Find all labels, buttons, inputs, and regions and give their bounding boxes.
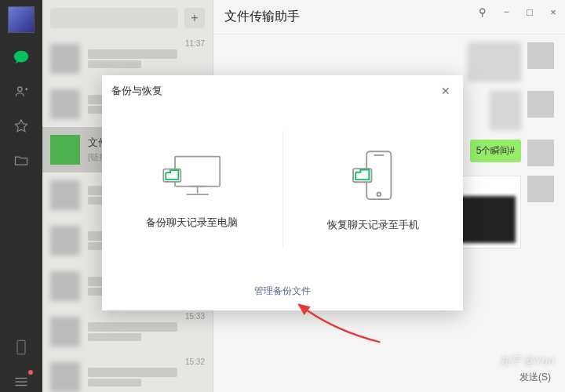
- restore-option-label: 恢复聊天记录至手机: [327, 219, 419, 232]
- modal-close-button[interactable]: ✕: [438, 83, 454, 99]
- backup-option-label: 备份聊天记录至电脑: [146, 216, 238, 230]
- backup-restore-modal: 备份与恢复 ✕ 备份聊天记录至电脑: [102, 75, 463, 310]
- backup-to-pc-option[interactable]: 备份聊天记录至电脑: [102, 149, 282, 230]
- svg-point-14: [377, 193, 381, 197]
- svg-rect-7: [175, 157, 220, 187]
- manage-backup-link[interactable]: 管理备份文件: [254, 285, 311, 298]
- restore-to-phone-option[interactable]: 恢复聊天记录至手机: [283, 147, 464, 232]
- modal-title: 备份与恢复: [111, 84, 162, 98]
